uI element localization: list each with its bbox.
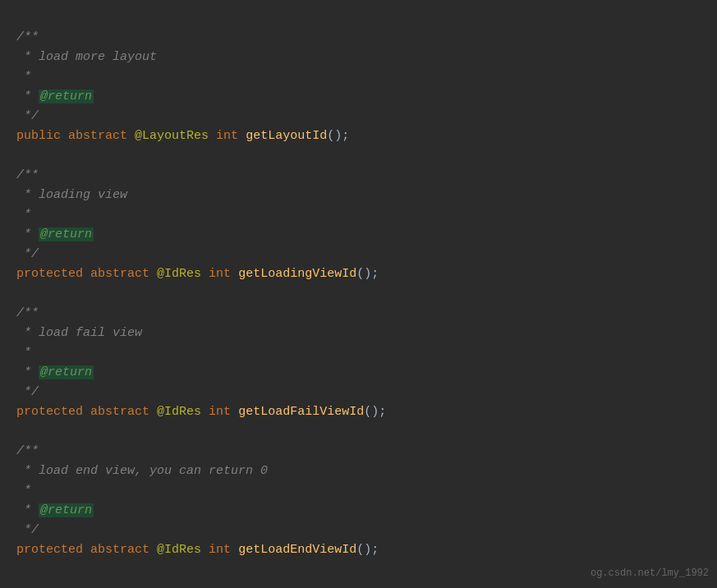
comment-tag: @return bbox=[39, 227, 94, 241]
code-line: * load end view, you can return 0 bbox=[16, 462, 701, 481]
code-line: /** bbox=[16, 304, 701, 324]
comment-text: */ bbox=[16, 109, 39, 123]
code-token-plain: (); bbox=[356, 543, 379, 557]
code-line: public abstract @LayoutRes int getLayout… bbox=[16, 126, 701, 146]
code-line: * bbox=[16, 343, 701, 363]
code-line: /** bbox=[16, 442, 701, 462]
code-line: */ bbox=[16, 245, 701, 264]
comment-prefix: * bbox=[16, 365, 39, 379]
code-token-plain bbox=[209, 129, 216, 143]
comment-text: /** bbox=[16, 30, 39, 44]
code-token-plain bbox=[149, 543, 157, 557]
comment-text: * load end view, you can return 0 bbox=[16, 464, 268, 478]
code-token-keyword: abstract bbox=[68, 129, 127, 143]
comment-text: */ bbox=[16, 385, 39, 399]
code-line bbox=[16, 422, 701, 442]
comment-text: */ bbox=[16, 523, 39, 537]
code-token-annotation: @IdRes bbox=[157, 267, 201, 281]
code-token-plain bbox=[127, 129, 135, 143]
code-line: * @return bbox=[16, 363, 701, 383]
code-line: */ bbox=[16, 107, 701, 126]
code-token-plain bbox=[201, 543, 209, 557]
code-line bbox=[16, 284, 701, 304]
code-token-plain bbox=[83, 543, 90, 557]
code-line: * load fail view bbox=[16, 324, 701, 343]
code-token-keyword: public bbox=[16, 129, 61, 143]
comment-tag: @return bbox=[39, 503, 94, 517]
code-line: protected abstract @IdRes int getLoadFai… bbox=[16, 402, 701, 422]
code-line: * loading view bbox=[16, 186, 701, 205]
code-token-keyword: int bbox=[209, 267, 231, 281]
code-line: /** bbox=[16, 166, 701, 186]
code-line: */ bbox=[16, 383, 701, 402]
code-token-method: getLoadEndViewId bbox=[238, 543, 356, 557]
code-token-keyword: protected bbox=[16, 405, 83, 419]
code-token-keyword: abstract bbox=[90, 543, 149, 557]
code-token-plain bbox=[61, 129, 68, 143]
comment-text: /** bbox=[16, 444, 39, 458]
code-token-keyword: int bbox=[209, 543, 231, 557]
code-line: * @return bbox=[16, 225, 701, 245]
watermark-text: og.csdn.net/lmy_1992 bbox=[591, 566, 709, 581]
code-token-plain bbox=[149, 405, 157, 419]
comment-text: * bbox=[16, 346, 31, 360]
code-token-plain: (); bbox=[364, 405, 386, 419]
code-token-plain bbox=[149, 267, 157, 281]
code-line: * @return bbox=[16, 87, 701, 107]
code-line: * load more layout bbox=[16, 48, 701, 67]
comment-tag: @return bbox=[39, 90, 94, 103]
code-token-keyword: int bbox=[216, 129, 238, 143]
code-token-plain bbox=[231, 405, 238, 419]
code-token-keyword: abstract bbox=[90, 405, 149, 419]
code-token-method: getLoadFailViewId bbox=[238, 405, 364, 419]
code-token-keyword: int bbox=[209, 405, 231, 419]
code-line: * @return bbox=[16, 501, 701, 521]
code-token-keyword: abstract bbox=[90, 267, 149, 281]
comment-text: */ bbox=[16, 247, 39, 261]
code-token-plain: (); bbox=[327, 129, 349, 143]
code-token-plain bbox=[83, 267, 90, 281]
code-line bbox=[16, 146, 701, 166]
code-editor: /** * load more layout * * @return */pub… bbox=[16, 8, 701, 560]
code-token-plain bbox=[201, 267, 209, 281]
code-token-plain bbox=[83, 405, 90, 419]
code-token-keyword: protected bbox=[16, 543, 83, 557]
comment-prefix: * bbox=[16, 227, 39, 241]
comment-text: /** bbox=[16, 306, 39, 320]
code-line: /** bbox=[16, 28, 701, 48]
code-line: */ bbox=[16, 521, 701, 540]
code-token-annotation: @IdRes bbox=[157, 405, 201, 419]
comment-prefix: * bbox=[16, 90, 39, 103]
comment-text: * load fail view bbox=[16, 326, 142, 340]
code-line: * bbox=[16, 67, 701, 87]
code-token-plain: (); bbox=[356, 267, 379, 281]
comment-text: * bbox=[16, 208, 31, 222]
code-line: * bbox=[16, 205, 701, 225]
comment-tag: @return bbox=[39, 365, 94, 379]
comment-text: /** bbox=[16, 168, 39, 182]
code-token-method: getLayoutId bbox=[246, 129, 327, 143]
comment-text: * bbox=[16, 70, 31, 84]
code-token-plain bbox=[231, 267, 238, 281]
code-token-keyword: protected bbox=[16, 267, 83, 281]
comment-text: * load more layout bbox=[16, 50, 157, 64]
code-line: protected abstract @IdRes int getLoading… bbox=[16, 264, 701, 284]
code-line: protected abstract @IdRes int getLoadEnd… bbox=[16, 540, 701, 560]
comment-text: * bbox=[16, 484, 31, 498]
code-token-plain bbox=[201, 405, 209, 419]
code-token-annotation: @LayoutRes bbox=[135, 129, 209, 143]
code-line: * bbox=[16, 481, 701, 501]
code-token-method: getLoadingViewId bbox=[238, 267, 356, 281]
code-token-annotation: @IdRes bbox=[157, 543, 201, 557]
comment-text: * loading view bbox=[16, 188, 127, 202]
code-token-plain bbox=[231, 543, 238, 557]
comment-prefix: * bbox=[16, 503, 39, 517]
code-token-plain bbox=[238, 129, 246, 143]
